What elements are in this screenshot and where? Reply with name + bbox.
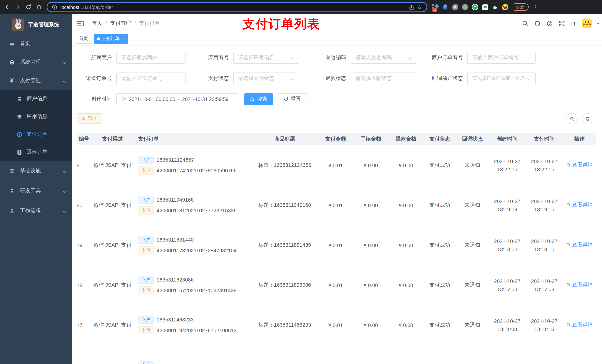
create-time-range-picker[interactable]: 2021-10-01 00:00:00 - 2021-10-31 23:59:5… (116, 93, 238, 105)
search-icon[interactable] (522, 20, 528, 27)
app-logo-row[interactable]: 芋道管理系统 (0, 14, 72, 34)
sidebar-item-label: 退款订单 (27, 149, 47, 155)
browser-update-button[interactable]: 更新 (512, 3, 529, 11)
sidebar-item-merchant-info[interactable]: 商户信息 (0, 90, 72, 108)
pay-order-tag: 支付 (138, 326, 154, 334)
merchant-input[interactable]: 请选择所属商户 (116, 52, 186, 64)
extension-command-icon[interactable]: ⌘ (452, 4, 458, 10)
browser-reload-icon[interactable] (25, 4, 32, 10)
col-header-title: 商品标题 (251, 136, 318, 142)
fee-amount-cell: ¥ 0.00 (353, 322, 388, 328)
extension-chat-icon[interactable] (482, 4, 488, 10)
orders-table: 编号 支付渠道 支付订单 商品标题 支付金额 手续金额 退款金额 支付状态 回调… (77, 133, 596, 364)
refresh-button[interactable] (582, 113, 593, 124)
browser-forward-icon[interactable] (14, 4, 21, 10)
bookmark-star-icon[interactable]: ☆ (417, 4, 422, 10)
sidebar-item-refund-order[interactable]: 退款订单 (0, 143, 72, 161)
fullscreen-icon[interactable] (559, 20, 565, 27)
chevron-down-icon (62, 189, 66, 193)
view-detail-link[interactable]: 查看详情 (566, 242, 593, 248)
chevron-down-icon (290, 76, 294, 81)
view-detail-link[interactable]: 查看详情 (566, 162, 593, 168)
pay-channel-cell: 微信 JSAPI 支付 (89, 322, 136, 328)
fee-amount-cell: ¥ 0.00 (353, 162, 388, 168)
documents-icon (16, 149, 22, 155)
close-icon[interactable]: × (122, 36, 125, 41)
pay-amount-cell: ¥ 0.01 (318, 162, 353, 168)
pay-status-cell: 支付成功 (424, 242, 456, 248)
breadcrumb-current: 支付订单 (139, 20, 160, 27)
breadcrumb-home[interactable]: 首页 (92, 20, 102, 27)
sidebar-item-pay-order[interactable]: ¥ 支付订单 (0, 125, 72, 143)
pay-status-select[interactable]: 请选择支付状态 (233, 73, 299, 84)
filter-label: 渠道订单号 (77, 75, 116, 82)
view-detail-link[interactable]: 查看详情 (566, 322, 593, 328)
extension-y-icon[interactable]: Y (472, 4, 478, 10)
filter-label: 回调商户状态 (417, 75, 467, 82)
col-header-created: 创建时间 (489, 136, 526, 142)
order-id-cell: 20 (77, 202, 89, 208)
site-info-icon[interactable] (52, 4, 57, 10)
browser-home-icon[interactable] (36, 4, 42, 10)
extension-balloon-icon[interactable] (442, 4, 448, 10)
sidebar-item-dev-tools[interactable]: 研发工具 (0, 181, 72, 201)
extension-emoji-icon[interactable] (502, 4, 508, 10)
export-button[interactable]: 导出 (77, 113, 101, 124)
notify-status-select[interactable]: 请选择订单回调商户状态 (467, 73, 536, 84)
sidebar-item-home[interactable]: 首页 (0, 34, 72, 53)
pay-order-tag: 支付 (138, 207, 154, 215)
chevron-down-icon (290, 56, 294, 60)
extension-diamond-icon[interactable]: 10 (432, 4, 438, 10)
top-navbar: 首页 / 支付管理 / 支付订单 支付订单列表 TT ▾ (72, 14, 602, 32)
reset-button[interactable]: 重置 (278, 93, 307, 105)
url-text: localhost:1024/pay/order (60, 4, 113, 10)
tag-pay-order[interactable]: 支付订单 × (94, 34, 128, 43)
help-icon[interactable] (546, 20, 553, 27)
channel-code-select[interactable]: 请输入渠道编码 (351, 52, 417, 64)
tag-home[interactable]: 首页 (76, 34, 91, 43)
filter-label: 退款状态 (299, 75, 351, 82)
sidebar: 芋道管理系统 首页 系统管理 ¥ 支付管理 商户信息 (0, 14, 72, 364)
extensions-puzzle-icon[interactable] (492, 4, 498, 10)
sidebar-item-infrastructure[interactable]: 基础设施 (0, 161, 72, 181)
create-time-cell: 2021-10-2713:19:09 (489, 197, 526, 213)
sidebar-item-payment[interactable]: ¥ 支付管理 (0, 71, 72, 90)
github-icon[interactable] (534, 20, 541, 27)
pay-channel-cell: 微信 JSAPI 支付 (89, 202, 136, 208)
filter-row-3: 创建时间 2021-10-01 00:00:00 - 2021-10-31 23… (77, 93, 602, 105)
merchant-order-no: 1635311881440 (157, 237, 194, 243)
col-header-amount: 支付金额 (318, 136, 353, 142)
fee-amount-cell: ¥ 0.00 (353, 242, 388, 248)
breadcrumb-payment[interactable]: 支付管理 (110, 20, 131, 27)
sidebar-item-label: 研发工具 (20, 187, 41, 194)
avatar[interactable] (582, 19, 592, 28)
browser-back-icon[interactable] (4, 4, 10, 10)
pay-order-cell: 商户 1635312124657 支付 42000011742021102780… (136, 153, 251, 177)
table-row: 17 微信 JSAPI 支付 商户 1635311468233 支付 42000… (77, 305, 596, 345)
search-button[interactable]: 搜索 (244, 93, 273, 105)
address-bar[interactable]: localhost:1024/pay/order ☆ (47, 2, 427, 12)
caret-down-icon[interactable]: ▾ (597, 21, 599, 25)
collapse-sidebar-icon[interactable] (77, 20, 84, 27)
view-detail-link[interactable]: 查看详情 (566, 282, 593, 288)
refund-status-select[interactable]: 请选择退款状态 (351, 73, 417, 84)
pay-order-cell: 商户 1635311254796 (136, 345, 251, 364)
app-select[interactable]: 请选择应用信息 (233, 52, 299, 64)
sidebar-item-workflow[interactable]: 工作流程 (0, 201, 72, 221)
font-size-icon[interactable]: TT (571, 20, 576, 26)
channel-order-no-input[interactable]: 请输入渠道订单号 (116, 73, 186, 84)
merchant-order-tag: 商户 (138, 156, 154, 164)
sidebar-item-app-info[interactable]: 应用信息 (0, 108, 72, 125)
sidebar-item-system[interactable]: 系统管理 (0, 53, 72, 71)
pay-order-cell: 商户 1635311468233 支付 42000011942021102767… (136, 313, 251, 337)
toggle-search-button[interactable] (567, 113, 578, 124)
view-detail-link[interactable]: 查看详情 (566, 202, 593, 208)
action-cell: 查看详情 (563, 282, 596, 289)
extension-badge: 10 (432, 8, 437, 12)
extension-record-icon[interactable] (462, 4, 468, 10)
pay-time-cell: 2021-10-2713:22:15 (526, 157, 563, 173)
merchant-order-no-input[interactable]: 请输入商户订单编号 (467, 52, 536, 64)
browser-menu-icon[interactable]: ⋮ (533, 4, 538, 10)
share-icon[interactable] (408, 4, 414, 10)
svg-text:¥: ¥ (19, 133, 20, 136)
